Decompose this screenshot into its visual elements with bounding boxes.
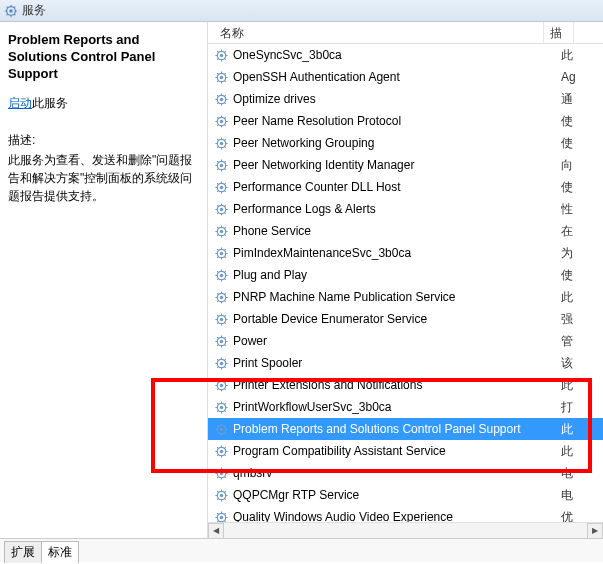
service-row[interactable]: QQPCMgr RTP Service电 <box>208 484 603 506</box>
service-row[interactable]: Print Spooler该 <box>208 352 603 374</box>
service-name: Peer Networking Identity Manager <box>233 158 561 172</box>
service-row[interactable]: Peer Networking Grouping使 <box>208 132 603 154</box>
service-name: PrintWorkflowUserSvc_3b0ca <box>233 400 561 414</box>
svg-point-17 <box>220 207 223 210</box>
list-panel: 名称 描 OneSyncSvc_3b0ca此OpenSSH Authentica… <box>208 22 603 538</box>
service-row[interactable]: Quality Windows Audio Video Experience优 <box>208 506 603 522</box>
description-text: 此服务为查看、发送和删除"问题报告和解决方案"控制面板的系统级问题报告提供支持。 <box>8 151 199 205</box>
main: Problem Reports and Solutions Control Pa… <box>0 22 603 538</box>
scroll-right-button[interactable]: ▶ <box>587 523 603 539</box>
gear-icon <box>214 356 229 371</box>
service-name: Print Spooler <box>233 356 561 370</box>
svg-point-15 <box>220 185 223 188</box>
service-name: QQPCMgr RTP Service <box>233 488 561 502</box>
selected-service-name: Problem Reports and Solutions Control Pa… <box>8 32 199 83</box>
service-name: qmbsrv <box>233 466 561 480</box>
svg-point-33 <box>220 383 223 386</box>
gear-icon <box>214 444 229 459</box>
gear-icon <box>214 488 229 503</box>
gear-icon <box>214 422 229 437</box>
service-desc: 电 <box>561 487 591 504</box>
gear-icon <box>214 224 229 239</box>
svg-point-13 <box>220 163 223 166</box>
service-name: Portable Device Enumerator Service <box>233 312 561 326</box>
list-body[interactable]: OneSyncSvc_3b0ca此OpenSSH Authentication … <box>208 44 603 522</box>
service-desc: 此 <box>561 421 591 438</box>
svg-point-21 <box>220 251 223 254</box>
svg-point-31 <box>220 361 223 364</box>
gear-icon <box>214 136 229 151</box>
service-desc: 为 <box>561 245 591 262</box>
service-desc: 向 <box>561 157 591 174</box>
gear-icon <box>214 312 229 327</box>
svg-point-45 <box>220 515 223 518</box>
service-row[interactable]: Power管 <box>208 330 603 352</box>
gear-icon <box>214 466 229 481</box>
svg-point-41 <box>220 471 223 474</box>
service-name: Phone Service <box>233 224 561 238</box>
service-desc: 强 <box>561 311 591 328</box>
service-name: Quality Windows Audio Video Experience <box>233 510 561 522</box>
service-desc: 电 <box>561 465 591 482</box>
svg-point-23 <box>220 273 223 276</box>
service-desc: 使 <box>561 267 591 284</box>
service-desc: 使 <box>561 113 591 130</box>
scroll-left-button[interactable]: ◀ <box>208 523 224 539</box>
service-row[interactable]: Phone Service在 <box>208 220 603 242</box>
svg-point-9 <box>220 119 223 122</box>
service-name: Peer Networking Grouping <box>233 136 561 150</box>
service-row[interactable]: Problem Reports and Solutions Control Pa… <box>208 418 603 440</box>
service-desc: 此 <box>561 377 591 394</box>
list-header: 名称 描 <box>208 22 603 44</box>
service-name: Performance Counter DLL Host <box>233 180 561 194</box>
service-desc: 性 <box>561 201 591 218</box>
service-name: PNRP Machine Name Publication Service <box>233 290 561 304</box>
service-row[interactable]: Performance Logs & Alerts性 <box>208 198 603 220</box>
service-row[interactable]: Plug and Play使 <box>208 264 603 286</box>
service-row[interactable]: Optimize drives通 <box>208 88 603 110</box>
svg-point-37 <box>220 427 223 430</box>
svg-point-3 <box>220 53 223 56</box>
header-desc[interactable]: 描 <box>544 22 574 43</box>
service-row[interactable]: PrintWorkflowUserSvc_3b0ca打 <box>208 396 603 418</box>
gear-icon <box>214 378 229 393</box>
service-name: Performance Logs & Alerts <box>233 202 561 216</box>
service-name: PimIndexMaintenanceSvc_3b0ca <box>233 246 561 260</box>
gear-icon <box>214 158 229 173</box>
services-icon <box>4 4 18 18</box>
service-row[interactable]: Program Compatibility Assistant Service此 <box>208 440 603 462</box>
tab-extended[interactable]: 扩展 <box>4 541 42 563</box>
service-name: Plug and Play <box>233 268 561 282</box>
service-desc: 该 <box>561 355 591 372</box>
service-row[interactable]: OpenSSH Authentication AgentAg <box>208 66 603 88</box>
action-row: 启动此服务 <box>8 95 199 112</box>
h-scroll-track[interactable] <box>224 523 587 539</box>
start-suffix: 此服务 <box>32 96 68 110</box>
service-row[interactable]: Peer Name Resolution Protocol使 <box>208 110 603 132</box>
gear-icon <box>214 290 229 305</box>
service-name: Peer Name Resolution Protocol <box>233 114 561 128</box>
gear-icon <box>214 180 229 195</box>
gear-icon <box>214 400 229 415</box>
titlebar-text: 服务 <box>22 2 46 19</box>
service-row[interactable]: OneSyncSvc_3b0ca此 <box>208 44 603 66</box>
service-row[interactable]: Printer Extensions and Notifications此 <box>208 374 603 396</box>
service-row[interactable]: Performance Counter DLL Host使 <box>208 176 603 198</box>
start-link[interactable]: 启动 <box>8 96 32 110</box>
svg-point-29 <box>220 339 223 342</box>
header-name[interactable]: 名称 <box>214 22 544 43</box>
service-row[interactable]: Peer Networking Identity Manager向 <box>208 154 603 176</box>
service-row[interactable]: qmbsrv电 <box>208 462 603 484</box>
svg-point-27 <box>220 317 223 320</box>
service-desc: 使 <box>561 135 591 152</box>
service-name: Problem Reports and Solutions Control Pa… <box>233 422 561 436</box>
service-row[interactable]: PNRP Machine Name Publication Service此 <box>208 286 603 308</box>
horizontal-scrollbar[interactable]: ◀ ▶ <box>208 522 603 538</box>
tab-standard[interactable]: 标准 <box>41 541 79 563</box>
service-row[interactable]: Portable Device Enumerator Service强 <box>208 308 603 330</box>
service-desc: 使 <box>561 179 591 196</box>
service-row[interactable]: PimIndexMaintenanceSvc_3b0ca为 <box>208 242 603 264</box>
service-desc: 优 <box>561 509 591 523</box>
svg-point-7 <box>220 97 223 100</box>
service-desc: 此 <box>561 443 591 460</box>
